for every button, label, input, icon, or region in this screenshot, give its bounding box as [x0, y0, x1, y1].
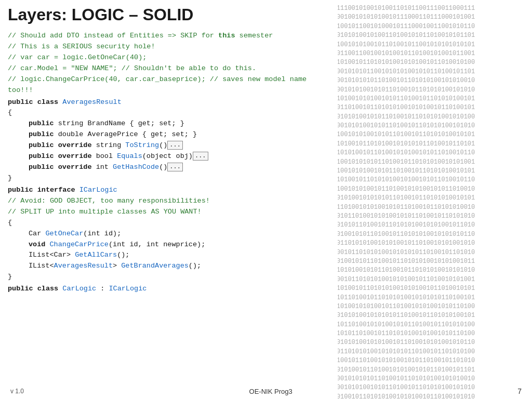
comment-line-1: // Should add DTO instead of Entities =>… [8, 31, 330, 42]
tostring-collapsed[interactable]: ... [167, 141, 183, 150]
interface-declaration: public interface ICarLogic [8, 185, 330, 196]
comment-text-5: // logic.ChangeCarPrice(40, car.car_base… [8, 75, 307, 94]
comment-line-5: // logic.ChangeCarPrice(40, car.car_base… [8, 74, 330, 96]
class-open-brace: { [8, 108, 330, 118]
comment-text-3: // var car = logic.GetOneCar(40); [8, 54, 147, 61]
slide-title: Layers: LOGIC – SOLID [8, 5, 330, 24]
class-close-brace: } [8, 173, 330, 184]
main-content: Layers: LOGIC – SOLID // Should add DTO … [0, 0, 338, 399]
method-equals: public override bool Equals(object obj).… [29, 151, 330, 162]
split-comment: // SPLIT UP into multiple classes AS YOU… [8, 207, 330, 218]
footer-course: OE-NIK Prog3 [249, 388, 292, 395]
equals-collapsed[interactable]: ... [193, 152, 208, 161]
carlogic-class-declaration: public class CarLogic : ICarLogic [8, 284, 330, 295]
gethashcode-collapsed[interactable]: ... [167, 163, 183, 172]
comment-line-3: // var car = logic.GetOneCar(40); [8, 52, 330, 63]
version-label: v 1.0 [10, 388, 24, 395]
method-getonecar: Car GetOneCar(int id); [29, 229, 330, 240]
comment-line-4: // car.Model = "NEW NAME"; // Shouldn't … [8, 63, 330, 74]
comment-text-2: // This is a SERIOUS security hole! [8, 43, 155, 50]
method-gethashcode: public override int GetHashCode()... [29, 162, 330, 173]
binary-text: 0010111001010010100110101100111001100011… [320, 0, 481, 399]
footer: v 1.0 OE-NIK Prog3 7 [0, 383, 532, 399]
comment-text-4: // car.Model = "NEW NAME"; // Shouldn't … [8, 64, 256, 72]
method-getallcars: IList<Car> GetAllCars(); [29, 250, 330, 261]
binary-background: 0010111001010010100110101100111001100011… [320, 0, 481, 399]
code-block: // Should add DTO instead of Entities =>… [8, 31, 330, 295]
interface-open-brace: { [8, 218, 330, 229]
comment-line-2: // This is a SERIOUS security hole! [8, 42, 330, 52]
method-tostring: public override string ToString()... [29, 140, 330, 151]
avoid-comment: // Avoid: GOD OBJECT, too many responsib… [8, 196, 330, 207]
method-getbrandaverages: IList<AveragesResult> GetBrandAverages()… [29, 261, 330, 272]
property-brandname: public string BrandName { get; set; } [29, 118, 330, 129]
interface-close-brace: } [8, 272, 330, 283]
comment-text-1: // Should add DTO instead of Entities =>… [8, 32, 273, 39]
property-averageprice: public double AveragePrice { get; set; } [29, 129, 330, 140]
method-changecar: void ChangeCarPrice(int id, int newprice… [29, 240, 330, 250]
page-number: 7 [517, 387, 522, 395]
class-declaration: public class AveragesResult [8, 97, 330, 108]
